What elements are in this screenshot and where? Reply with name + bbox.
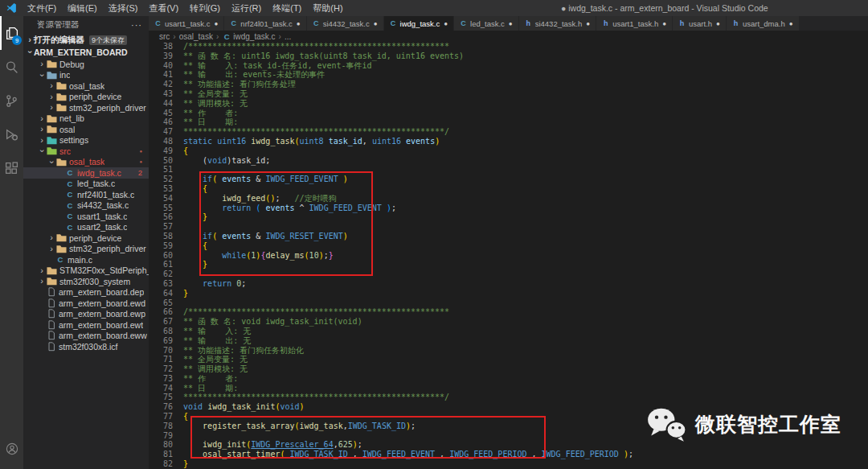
code-line-40[interactable]: 40** 输 入: task_id-任务id, event-事件id bbox=[149, 61, 868, 71]
tab-si4432_task.c[interactable]: Csi4432_task.c● bbox=[307, 16, 384, 31]
code-line-51[interactable]: 51 bbox=[149, 165, 868, 175]
code-line-70[interactable]: 70** 功能描述: 看门狗任务初始化 bbox=[149, 346, 868, 356]
tree-item[interactable]: ›Csi4432_task.c bbox=[23, 200, 149, 212]
code-editor[interactable]: 38/*************************************… bbox=[149, 42, 868, 469]
modified-dot-icon[interactable]: ● bbox=[716, 20, 720, 27]
account-icon[interactable] bbox=[0, 432, 23, 466]
explorer-icon[interactable]: 9 bbox=[0, 16, 23, 50]
tree-item[interactable]: ›Cusart1_task.c bbox=[23, 211, 149, 222]
menu-item[interactable]: 查看(V) bbox=[143, 3, 184, 13]
code-line-42[interactable]: 42** 功能描述: 看门狗任务处理 bbox=[149, 80, 868, 89]
code-line-45[interactable]: 45** 作 者: bbox=[149, 109, 868, 118]
code-line-68[interactable]: 68** 输 入: 无 bbox=[149, 327, 868, 336]
menu-item[interactable]: 终端(T) bbox=[267, 3, 307, 13]
code-line-64[interactable]: 64} bbox=[149, 289, 868, 298]
tree-item[interactable]: ›arm_extern_board.ewt bbox=[23, 319, 149, 331]
code-line-59[interactable]: 59 { bbox=[149, 241, 868, 251]
code-line-72[interactable]: 72** 调用模块: 无 bbox=[149, 364, 868, 374]
code-line-53[interactable]: 53 { bbox=[149, 184, 868, 194]
tab-nrf24l01_task.c[interactable]: Cnrf24l01_task.c● bbox=[224, 16, 306, 31]
code-line-50[interactable]: 50 (void)task_id; bbox=[149, 156, 868, 166]
tree-item[interactable]: ›arm_extern_board.eww bbox=[23, 331, 149, 342]
modified-dot-icon[interactable]: ● bbox=[586, 20, 590, 27]
breadcrumb-item[interactable]: src bbox=[159, 32, 170, 41]
tab-usart_dma.h[interactable]: husart_dma.h● bbox=[727, 16, 800, 31]
modified-dot-icon[interactable]: ● bbox=[297, 20, 301, 27]
run-and-debug-icon[interactable] bbox=[0, 117, 23, 151]
tree-item[interactable]: ›settings bbox=[23, 135, 149, 146]
tree-item[interactable]: ›Cnrf24l01_task.c bbox=[23, 189, 149, 200]
modified-dot-icon[interactable]: ● bbox=[509, 20, 513, 27]
tree-item[interactable]: ›arm_extern_board.dep bbox=[23, 287, 149, 298]
tree-item[interactable]: ›periph_device bbox=[23, 92, 149, 103]
menu-item[interactable]: 转到(G) bbox=[184, 3, 226, 13]
code-line-43[interactable]: 43** 全局变量: 无 bbox=[149, 89, 868, 99]
menu-item[interactable]: 帮助(H) bbox=[307, 3, 348, 13]
code-line-39[interactable]: 39** 函 数 名: uint16 iwdg_task(uint8 task_… bbox=[149, 51, 868, 61]
code-line-60[interactable]: 60 while(1){delay_ms(10);} bbox=[149, 251, 868, 261]
code-line-75[interactable]: 75**************************************… bbox=[149, 393, 868, 402]
breadcrumb-item[interactable]: Ciwdg_task.c bbox=[222, 32, 275, 41]
tree-item[interactable]: ›inc bbox=[23, 70, 149, 81]
more-actions-icon[interactable]: ··· bbox=[131, 20, 142, 30]
menu-item[interactable]: 编辑(E) bbox=[62, 3, 103, 13]
code-line-47[interactable]: 47**************************************… bbox=[149, 127, 868, 137]
tree-item[interactable]: ›periph_device bbox=[23, 232, 149, 244]
breadcrumb-item[interactable]: osal_task bbox=[179, 32, 213, 41]
tree-item[interactable]: ›net_lib bbox=[23, 113, 149, 125]
code-line-80[interactable]: 80 iwdg_init(IWDG_Prescaler_64,625); bbox=[149, 440, 868, 450]
tree-item[interactable]: ›Cled_task.c bbox=[23, 179, 149, 190]
tab-usart.h[interactable]: husart.h● bbox=[673, 16, 727, 31]
code-line-41[interactable]: 41** 输 出: events-未处理的事件 bbox=[149, 70, 868, 80]
tree-item[interactable]: ›osal_task bbox=[23, 80, 149, 92]
tab-si4432_task.h[interactable]: hsi4432_task.h● bbox=[519, 16, 596, 31]
modified-dot-icon[interactable]: ● bbox=[374, 20, 378, 27]
tree-item[interactable]: ›src● bbox=[23, 146, 149, 157]
code-line-73[interactable]: 73** 作 者: bbox=[149, 374, 868, 384]
tree-item[interactable]: ›Debug bbox=[23, 59, 149, 70]
code-line-69[interactable]: 69** 输 出: 无 bbox=[149, 336, 868, 346]
tree-item[interactable]: ›stm32_periph_driver bbox=[23, 102, 149, 113]
modified-dot-icon[interactable]: ● bbox=[444, 20, 448, 27]
search-icon[interactable] bbox=[0, 50, 23, 84]
code-line-74[interactable]: 74** 日 期: bbox=[149, 384, 868, 393]
tree-item[interactable]: ›osal bbox=[23, 124, 149, 135]
code-line-81[interactable]: 81 osal_start_timer( IWDG_TASK_ID , IWDG… bbox=[149, 450, 868, 459]
tab-usart1_task.c[interactable]: Cusart1_task.c● bbox=[149, 16, 224, 31]
code-line-58[interactable]: 58 if( events & IWDG_RESET_EVENT) bbox=[149, 232, 868, 241]
tab-iwdg_task.c[interactable]: Ciwdg_task.c● bbox=[384, 16, 454, 31]
code-line-67[interactable]: 67** 函 数 名: void iwdg_task_init(void) bbox=[149, 317, 868, 327]
modified-dot-icon[interactable]: ● bbox=[215, 20, 219, 27]
code-line-62[interactable]: 62 bbox=[149, 269, 868, 279]
code-line-57[interactable]: 57 bbox=[149, 222, 868, 232]
tree-item[interactable]: ›stm32f030x8.icf bbox=[23, 341, 149, 352]
tree-item[interactable]: ›Ciwdg_task.c2 bbox=[23, 167, 149, 179]
code-line-48[interactable]: 48static uint16 iwdg_task(uint8 task_id,… bbox=[149, 137, 868, 146]
menu-item[interactable]: 选择(S) bbox=[103, 3, 144, 13]
tree-item[interactable]: ›stm32f030_system bbox=[23, 276, 149, 287]
workspace-root-row[interactable]: › ARM_EXTERN_BOARD bbox=[23, 46, 149, 58]
code-line-38[interactable]: 38/*************************************… bbox=[149, 42, 868, 51]
menu-item[interactable]: 运行(R) bbox=[226, 3, 267, 13]
tree-item[interactable]: ›Cusart2_task.c bbox=[23, 222, 149, 233]
tab-usart1_task.h[interactable]: husart1_task.h● bbox=[596, 16, 673, 31]
tab-led_task.c[interactable]: Cled_task.c● bbox=[454, 16, 519, 31]
code-line-46[interactable]: 46** 日 期: bbox=[149, 117, 868, 127]
code-line-82[interactable]: 82} bbox=[149, 459, 868, 469]
tree-item[interactable]: ›osal_task● bbox=[23, 157, 149, 168]
code-line-54[interactable]: 54 iwdg_feed(); //定时喂狗 bbox=[149, 194, 868, 204]
source-control-icon[interactable] bbox=[0, 84, 23, 117]
extensions-icon[interactable] bbox=[0, 151, 23, 185]
breadcrumb-item[interactable]: ... bbox=[285, 32, 291, 41]
tree-item[interactable]: ›STM32F0xx_StdPeriph_Driver bbox=[23, 265, 149, 277]
tree-item[interactable]: ›stm32_periph_driver bbox=[23, 244, 149, 255]
code-line-56[interactable]: 56 } bbox=[149, 212, 868, 222]
code-line-71[interactable]: 71** 全局变量: 无 bbox=[149, 355, 868, 364]
tree-item[interactable]: ›arm_extern_board.ewp bbox=[23, 309, 149, 320]
modified-dot-icon[interactable]: ● bbox=[662, 20, 666, 27]
modified-dot-icon[interactable]: ● bbox=[789, 20, 793, 27]
code-line-52[interactable]: 52 if( events & IWDG_FEED_EVENT ) bbox=[149, 175, 868, 184]
code-line-55[interactable]: 55 return ( events ^ IWDG_FEED_EVENT ); bbox=[149, 204, 868, 213]
code-line-66[interactable]: 66/*************************************… bbox=[149, 307, 868, 317]
code-line-63[interactable]: 63 return 0; bbox=[149, 279, 868, 289]
